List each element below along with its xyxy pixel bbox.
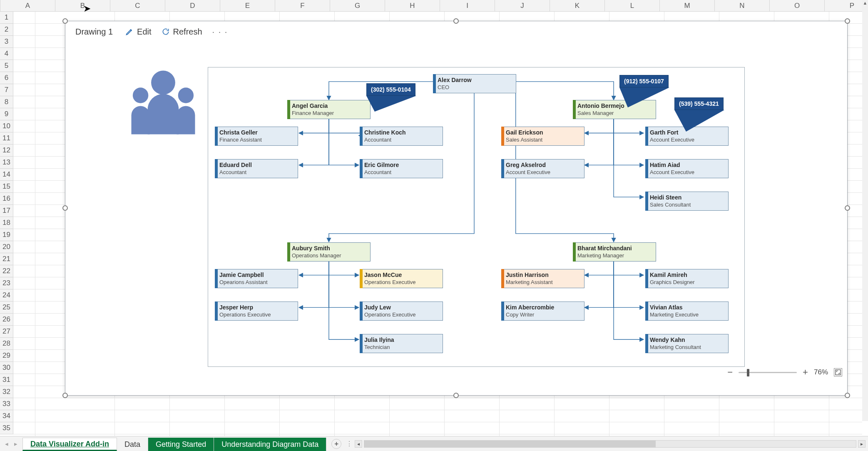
row-header[interactable]: 20 (0, 241, 13, 253)
edit-button[interactable]: Edit (125, 27, 151, 37)
row-header[interactable]: 11 (0, 132, 13, 145)
row-header[interactable]: 31 (0, 374, 13, 386)
zoom-in-button[interactable]: + (803, 367, 808, 378)
phone-callout-garth[interactable]: (539) 555-4321 (674, 97, 724, 110)
col-header[interactable]: M (660, 0, 715, 12)
org-chart-diagram[interactable]: Alex DarrowCEO Angel GarciaFinance Manag… (208, 67, 745, 367)
node-ops-mgr[interactable]: Aubury SmithOperations Manager (287, 242, 371, 262)
row-header[interactable]: 10 (0, 120, 13, 132)
col-header[interactable]: K (550, 0, 605, 12)
col-header[interactable]: J (495, 0, 550, 12)
col-header[interactable]: I (440, 0, 495, 12)
row-header[interactable]: 32 (0, 386, 13, 398)
zoom-thumb[interactable] (747, 369, 749, 376)
row-header[interactable]: 33 (0, 398, 13, 410)
row-header[interactable]: 4 (0, 48, 13, 60)
row-header[interactable]: 23 (0, 277, 13, 289)
row-header[interactable]: 35 (0, 422, 13, 434)
resize-handle[interactable] (62, 393, 68, 398)
row-header[interactable]: 16 (0, 193, 13, 205)
row-header[interactable]: 13 (0, 157, 13, 169)
select-all-corner[interactable] (0, 0, 0, 12)
col-header[interactable]: A (0, 0, 55, 12)
col-header[interactable]: C (110, 0, 165, 12)
resize-handle[interactable] (453, 18, 459, 24)
tab-splitter[interactable]: ⋮ (346, 436, 352, 451)
node-ops2[interactable]: Jason McCueOperations Executive (360, 269, 443, 288)
node-sal4[interactable]: Hatim AiadAccount Executive (645, 159, 729, 178)
node-ceo[interactable]: Alex DarrowCEO (433, 74, 516, 93)
row-header[interactable]: 24 (0, 289, 13, 301)
zoom-slider[interactable] (739, 372, 797, 373)
node-ops1[interactable]: Jamie CampbellOpearions Assistant (215, 269, 298, 288)
row-header[interactable]: 9 (0, 108, 13, 120)
node-fin2[interactable]: Christine KochAccountant (360, 127, 443, 146)
node-sal1[interactable]: Gail EricksonSales Assistant (501, 127, 584, 146)
fit-to-window-button[interactable] (834, 368, 842, 376)
node-mkt-mgr[interactable]: Bharat MirchandaniMarketing Manager (573, 242, 656, 262)
tab-nav-next[interactable]: ▸ (12, 440, 20, 448)
col-header[interactable]: N (715, 0, 770, 12)
row-header[interactable]: 3 (0, 36, 13, 48)
horizontal-scrollbar[interactable]: ◂ ▸ (352, 436, 868, 451)
phone-callout-sales[interactable]: (912) 555-0107 (619, 75, 669, 87)
row-header[interactable]: 6 (0, 72, 13, 84)
node-mkt2[interactable]: Kamil AmirehGraphics Designer (645, 269, 729, 288)
node-fin1[interactable]: Christa GellerFinance Assistant (215, 127, 298, 146)
col-header[interactable]: H (385, 0, 440, 12)
row-header[interactable]: 17 (0, 205, 13, 217)
hscroll-left[interactable]: ◂ (355, 440, 362, 448)
row-header[interactable]: 27 (0, 326, 13, 338)
refresh-button[interactable]: Refresh (162, 27, 202, 37)
row-header[interactable]: 28 (0, 338, 13, 350)
row-header[interactable]: 15 (0, 181, 13, 193)
new-sheet-button[interactable]: + (331, 439, 341, 449)
phone-callout-finance[interactable]: (302) 555-0104 (366, 83, 415, 96)
row-header[interactable]: 25 (0, 301, 13, 314)
col-header[interactable]: O (770, 0, 825, 12)
row-header[interactable]: 18 (0, 217, 13, 229)
resize-handle[interactable] (453, 393, 459, 398)
node-mkt5[interactable]: Wendy KahnMarketing Consultant (645, 334, 729, 353)
node-ops4[interactable]: Judy LewOperations Executive (360, 301, 443, 321)
row-header[interactable]: 22 (0, 265, 13, 277)
col-header[interactable]: G (330, 0, 385, 12)
row-header[interactable]: 8 (0, 96, 13, 108)
hscroll-thumb[interactable] (364, 441, 656, 447)
col-header[interactable]: E (220, 0, 275, 12)
row-header[interactable]: 29 (0, 350, 13, 362)
row-header[interactable]: 14 (0, 169, 13, 181)
row-header[interactable]: 21 (0, 253, 13, 265)
data-visualizer-addin[interactable]: Drawing 1 Edit Refresh · · · (65, 21, 848, 396)
row-header[interactable]: 12 (0, 145, 13, 157)
col-header[interactable]: D (165, 0, 220, 12)
row-header[interactable]: 19 (0, 229, 13, 241)
node-sal5[interactable]: Heidi SteenSales Consultant (645, 192, 729, 211)
tab-getting-started[interactable]: Getting Started (148, 438, 214, 451)
col-header[interactable]: F (275, 0, 330, 12)
resize-handle[interactable] (62, 18, 68, 24)
hscroll-right[interactable]: ▸ (858, 440, 866, 448)
vertical-scrollbar[interactable]: ▲ (862, 0, 868, 421)
node-ops5[interactable]: Julia IlyinaTechnician (360, 334, 443, 353)
resize-handle[interactable] (845, 18, 850, 24)
col-header[interactable]: B (55, 0, 110, 12)
row-header[interactable]: 34 (0, 410, 13, 422)
node-mkt3[interactable]: Kim AbercrombieCopy Writer (501, 301, 584, 321)
row-header[interactable]: 2 (0, 24, 13, 36)
row-header[interactable]: 30 (0, 362, 13, 374)
col-header[interactable]: P (825, 0, 868, 12)
row-header[interactable]: 5 (0, 60, 13, 72)
tab-understanding[interactable]: Understanding Diagram Data (214, 438, 326, 451)
node-finance-mgr[interactable]: Angel GarciaFinance Manager (287, 100, 371, 119)
node-mkt4[interactable]: Vivian AtlasMarketing Executive (645, 301, 729, 321)
node-fin3[interactable]: Eduard DellAccountant (215, 159, 298, 178)
tab-data-visualizer[interactable]: Data Visualizer Add-in (22, 438, 117, 451)
row-header[interactable]: 7 (0, 84, 13, 96)
more-button[interactable]: · · · (212, 27, 228, 37)
row-header[interactable]: 26 (0, 314, 13, 326)
tab-nav-first[interactable]: ◂ (2, 440, 11, 448)
row-header[interactable]: 1 (0, 12, 13, 24)
node-ops3[interactable]: Jesper HerpOperations Executive (215, 301, 298, 321)
node-sal3[interactable]: Greg AkselrodAccount Executive (501, 159, 584, 178)
